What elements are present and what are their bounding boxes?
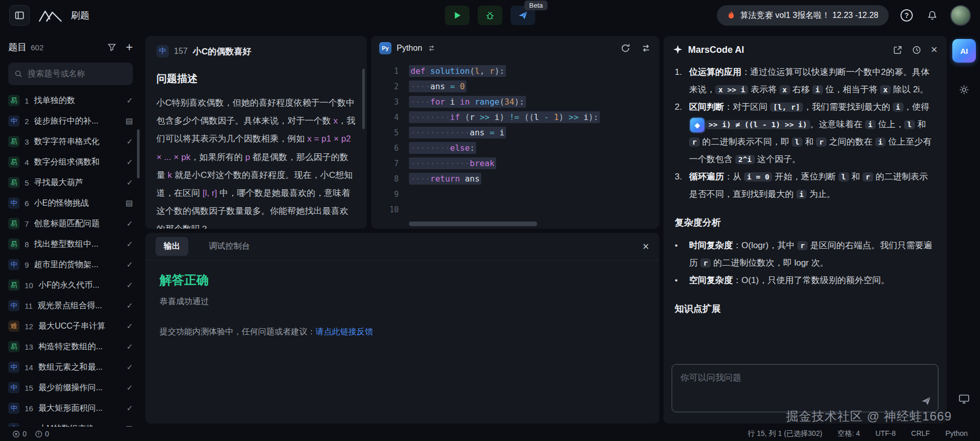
problem-count: 602	[31, 43, 44, 52]
difficulty-badge: 易	[8, 177, 19, 188]
problem-scrollbar[interactable]	[362, 69, 365, 129]
gear-icon	[958, 84, 970, 95]
eol-setting[interactable]: CRLF	[911, 429, 930, 438]
language-mode[interactable]: Python	[945, 429, 968, 438]
avatar[interactable]	[950, 5, 971, 26]
problem-row[interactable]: 易8找出整型数组中...✓	[8, 234, 133, 254]
difficulty-badge: 易	[8, 95, 19, 106]
problem-row[interactable]: 中9超市里的货物架...✓	[8, 254, 133, 275]
code-line[interactable]: ············break	[409, 156, 659, 171]
problem-number: 3	[25, 137, 29, 146]
code-line[interactable]	[409, 187, 659, 202]
sidebar-toggle-button[interactable]	[9, 5, 30, 26]
problem-row[interactable]: 中11观光景点组合得...✓	[8, 295, 133, 316]
search-input[interactable]	[28, 69, 127, 78]
cursor-position[interactable]: 行 15, 列 1 (已选择302)	[748, 429, 822, 438]
problem-row[interactable]: 中2徒步旅行中的补...▤	[8, 111, 133, 131]
marscode-inline-icon[interactable]: ◆	[690, 118, 704, 132]
difficulty-badge: 中	[8, 259, 19, 270]
code-line[interactable]: ············ans = i	[409, 125, 659, 141]
difficulty-badge: 难	[8, 320, 19, 332]
problem-name: 找单独的数	[34, 95, 121, 106]
code-line[interactable]: ····for i in range(34):	[409, 94, 659, 110]
problem-row[interactable]: 易4数字分组求偶数和✓	[8, 152, 133, 172]
problem-number: 12	[25, 322, 33, 331]
code-editor[interactable]: 12345678910 def solution(l, r):····ans =…	[371, 61, 659, 217]
editor-horizontal-scrollbar[interactable]	[409, 222, 537, 226]
code-area[interactable]: def solution(l, r):····ans = 0····for i …	[399, 64, 659, 217]
reset-code-button[interactable]	[620, 43, 631, 53]
notifications-button[interactable]	[925, 8, 940, 23]
problem-row[interactable]: 中14数组元素之和最...✓	[8, 357, 133, 377]
difficulty-badge: 中	[156, 45, 169, 57]
ai-list-marker: 1.	[675, 64, 689, 98]
run-button[interactable]	[445, 6, 469, 25]
marscode-ai-tool-button[interactable]: AI	[952, 39, 976, 63]
problem-number: 11	[25, 302, 33, 310]
filter-button[interactable]	[107, 43, 116, 52]
warnings-indicator[interactable]: 0	[35, 430, 49, 438]
refresh-icon	[620, 43, 631, 53]
code-line[interactable]: ········if (r >> i) != ((l - 1) >> i):	[409, 110, 659, 125]
editor-panel: Py Python 12345678910 def solution(l, r)…	[371, 36, 659, 229]
problem-number: 15	[25, 384, 33, 392]
check-icon: ✓	[126, 342, 133, 351]
error-icon	[12, 430, 20, 438]
errors-indicator[interactable]: 0	[12, 430, 27, 438]
problem-row[interactable]: 中16最大矩形面积问...✓	[8, 398, 133, 418]
code-line[interactable]: ········else:	[409, 141, 659, 156]
compare-code-button[interactable]	[641, 43, 651, 53]
problem-row[interactable]: 易13构造特定数组的...✓	[8, 336, 133, 357]
feedback-link[interactable]: 请点此链接反馈	[316, 327, 373, 336]
problem-row[interactable]: 易3数字字符串格式化✓	[8, 131, 133, 152]
layout-icon	[14, 10, 25, 21]
problem-list: 易1找单独的数✓中2徒步旅行中的补...▤易3数字字符串格式化✓易4数字分组求偶…	[8, 90, 133, 427]
code-line[interactable]	[409, 202, 659, 217]
check-icon: ✓	[126, 239, 133, 249]
filter-icon	[107, 43, 116, 52]
tab-debug-console[interactable]: 调试控制台	[201, 237, 258, 256]
ai-list-marker: 2.	[675, 98, 689, 168]
problem-number: 5	[25, 178, 29, 187]
problem-row[interactable]: 中17小M的数组变换▤	[8, 418, 133, 427]
language-switch-button[interactable]	[427, 44, 436, 52]
warnings-count: 0	[45, 430, 49, 438]
problem-row[interactable]: 易5寻找最大葫芦✓	[8, 172, 133, 193]
ai-close-button[interactable]: ×	[931, 44, 937, 55]
ai-history-button[interactable]	[912, 45, 922, 55]
editor-layout-button[interactable]	[958, 394, 970, 406]
problem-number: 14	[25, 363, 33, 372]
problem-row[interactable]: 中6小E的怪物挑战▤	[8, 193, 133, 213]
check-icon: ✓	[126, 301, 133, 310]
code-line[interactable]: def solution(l, r):	[409, 64, 659, 79]
ai-input[interactable]	[672, 365, 938, 412]
add-problem-button[interactable]: +	[126, 41, 133, 53]
debug-button[interactable]	[478, 6, 502, 25]
settings-tool-button[interactable]	[958, 84, 970, 97]
problem-row[interactable]: 难12最大UCC子串计算✓	[8, 316, 133, 336]
problem-row[interactable]: 易10小F的永久代币...✓	[8, 275, 133, 295]
help-button[interactable]: ?	[899, 8, 914, 23]
indent-setting[interactable]: 空格: 4	[838, 429, 860, 438]
problem-panel: 中 157 小C的偶数喜好 问题描述 小C特别喜欢偶数，但她的喜好程度依赖于一个…	[145, 36, 367, 229]
tab-output[interactable]: 输出	[155, 237, 188, 256]
problem-name: 创意标题匹配问题	[34, 218, 121, 229]
problem-row[interactable]: 易7创意标题匹配问题✓	[8, 213, 133, 234]
submit-button-group: Beta	[511, 6, 535, 25]
difficulty-badge: 中	[8, 197, 19, 209]
watermark: 掘金技术社区 @ 神经蛙1669	[786, 408, 952, 425]
problem-name: 数字字符串格式化	[34, 136, 121, 147]
ai-list-text: 区间判断：对于区间 [l, r]，我们需要找到最大的 i，使得 ◆>> i) ≠…	[689, 98, 935, 168]
code-line[interactable]: ····return ans	[409, 171, 659, 187]
problem-name: 数组元素之和最...	[38, 362, 122, 373]
ai-send-button[interactable]	[920, 395, 932, 409]
code-line[interactable]: ····ans = 0	[409, 79, 659, 94]
encoding-setting[interactable]: UTF-8	[875, 429, 896, 438]
difficulty-badge: 中	[8, 362, 19, 373]
problem-row[interactable]: 易1找单独的数✓	[8, 90, 133, 111]
close-output-button[interactable]: ×	[642, 241, 649, 252]
sidebar-scrollbar[interactable]	[137, 129, 140, 178]
problem-row[interactable]: 中15最少前缀操作问...✓	[8, 377, 133, 398]
contest-banner[interactable]: 算法竞赛 vol1 3报名啦！ 12.23 -12.28	[717, 5, 889, 26]
ai-export-button[interactable]	[893, 45, 903, 55]
